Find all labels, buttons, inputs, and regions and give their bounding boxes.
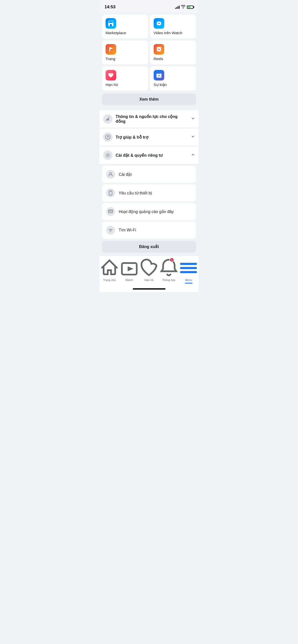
svg-rect-9 — [156, 47, 161, 48]
signal-icon — [175, 5, 180, 9]
support-icon: ? — [103, 132, 113, 142]
nav-label-menu: Menu — [185, 278, 192, 281]
nav-label-henho: Hẹn hò — [144, 278, 153, 282]
watch-label: Video trên Watch — [154, 31, 193, 35]
settings-label: Cài đặt & quyền riêng tư — [116, 153, 188, 158]
reels-icon — [154, 44, 164, 55]
yeucau-label: Yêu cầu từ thiết bị — [119, 191, 152, 195]
community-icon — [103, 114, 113, 124]
svg-rect-1 — [110, 24, 112, 26]
svg-rect-5 — [109, 47, 110, 52]
svg-rect-26 — [111, 212, 112, 212]
heart-nav-icon — [139, 258, 159, 278]
settings-section-icon — [103, 150, 113, 160]
settings-expanded-panel: Cài đặt Yêu cầu từ thiết bị — [100, 166, 198, 239]
timwifi-label: Tìm Wi-Fi — [119, 228, 136, 232]
support-label: Trợ giúp & hỗ trợ — [116, 135, 188, 140]
reels-label: Reels — [154, 57, 193, 61]
svg-rect-22 — [110, 191, 111, 192]
nav-item-menu[interactable]: Menu — [179, 258, 198, 282]
feature-card-reels[interactable]: Reels — [150, 41, 196, 64]
nav-item-trangchu[interactable]: Trang chủ — [100, 258, 119, 282]
bell-nav-icon — [159, 258, 179, 278]
divider-1 — [100, 108, 198, 110]
nav-label-trangchu: Trang chủ — [103, 278, 116, 282]
feature-card-marketplace[interactable]: Marketplace — [102, 15, 148, 38]
main-content: Marketplace Video trên Watch Trang — [100, 13, 198, 253]
battery-icon — [187, 6, 193, 9]
settings-item-caidat[interactable]: Cài đặt — [102, 166, 196, 183]
watch-nav-icon — [119, 258, 139, 278]
svg-rect-11 — [156, 73, 161, 75]
svg-point-27 — [110, 231, 111, 232]
dang-xuat-button[interactable]: Đăng xuất — [102, 241, 196, 253]
section-row-support[interactable]: ? Trợ giúp & hỗ trợ — [100, 128, 198, 146]
hoatdong-label: Hoạt động quảng cáo gần đây — [119, 209, 174, 214]
settings-item-hoatdong[interactable]: Hoạt động quảng cáo gần đây — [102, 203, 196, 220]
marketplace-icon — [106, 18, 116, 29]
xem-them-button[interactable]: Xem thêm — [102, 94, 196, 105]
status-icons — [175, 5, 193, 9]
yeucau-icon — [106, 188, 115, 197]
community-chevron — [191, 116, 195, 122]
section-row-settings[interactable]: Cài đặt & quyền riêng tư — [100, 146, 198, 164]
nav-label-watch: Watch — [125, 278, 133, 281]
svg-point-19 — [110, 173, 112, 175]
nav-item-henho[interactable]: Hẹn hò — [139, 258, 159, 282]
henho-icon — [106, 70, 116, 80]
svg-rect-23 — [109, 210, 113, 213]
sukien-label: Sự kiện — [154, 83, 193, 87]
feature-card-watch[interactable]: Video trên Watch — [150, 15, 196, 38]
support-chevron — [191, 135, 195, 140]
trang-label: Trang — [106, 57, 145, 61]
hoatdong-icon — [106, 207, 115, 216]
caidat-label: Cài đặt — [119, 172, 132, 177]
timwifi-icon — [106, 226, 115, 235]
svg-rect-24 — [109, 211, 110, 212]
status-bar: 14:53 — [100, 0, 198, 13]
caidat-icon — [106, 170, 115, 179]
notification-badge: 1 — [170, 258, 174, 262]
svg-rect-13 — [159, 73, 160, 74]
svg-point-18 — [107, 154, 109, 156]
settings-item-timwifi[interactable]: Tìm Wi-Fi — [102, 222, 196, 239]
section-row-community[interactable]: Thông tin & nguồn lực cho cộng đồng — [100, 110, 198, 128]
feature-grid: Marketplace Video trên Watch Trang — [100, 13, 198, 93]
nav-item-watch[interactable]: Watch — [119, 258, 139, 282]
status-time: 14:53 — [105, 5, 115, 10]
svg-rect-25 — [111, 211, 112, 212]
active-indicator — [185, 283, 192, 284]
henho-label: Hẹn hò — [106, 83, 145, 87]
home-icon — [100, 258, 119, 278]
svg-marker-29 — [127, 266, 133, 271]
settings-chevron — [191, 153, 195, 158]
watch-icon — [154, 18, 164, 29]
wifi-icon — [181, 5, 185, 9]
menu-nav-icon — [179, 258, 198, 278]
trang-icon — [106, 44, 116, 55]
home-indicator-bar — [100, 287, 198, 292]
feature-card-sukien[interactable]: Sự kiện — [150, 66, 196, 91]
nav-label-thongbao: Thông báo — [162, 278, 176, 281]
svg-rect-12 — [158, 73, 158, 74]
svg-text:?: ? — [107, 135, 109, 139]
sukien-icon — [154, 70, 164, 80]
home-indicator — [133, 288, 165, 290]
feature-card-trang[interactable]: Trang — [102, 41, 148, 64]
svg-point-21 — [110, 194, 111, 195]
bottom-nav: Trang chủ Watch Hẹn hò 1 Thông báo Menu — [100, 256, 198, 287]
nav-item-thongbao[interactable]: 1 Thông báo — [159, 258, 179, 282]
settings-item-yeucau[interactable]: Yêu cầu từ thiết bị — [102, 184, 196, 202]
feature-card-henho[interactable]: Hẹn hò — [102, 66, 148, 91]
marketplace-label: Marketplace — [106, 31, 145, 35]
community-label: Thông tin & nguồn lực cho cộng đồng — [116, 114, 188, 124]
